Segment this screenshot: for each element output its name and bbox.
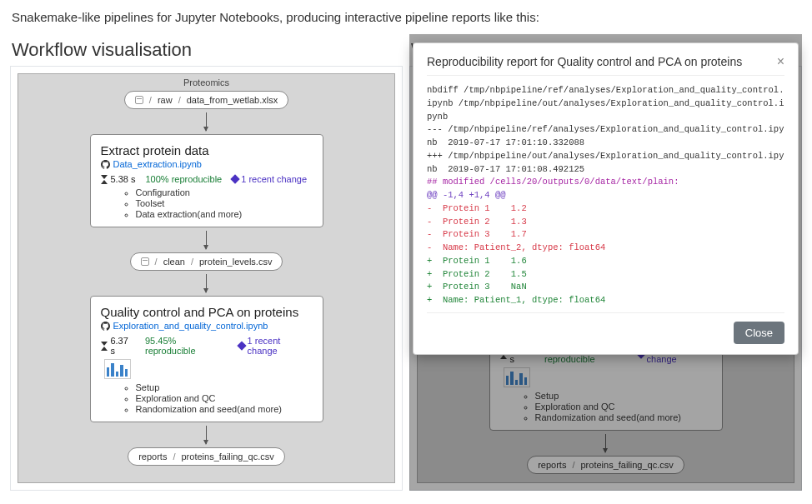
hourglass-icon (101, 175, 108, 184)
arrow (206, 426, 207, 444)
github-icon (101, 322, 110, 331)
file-node-raw[interactable]: /raw /data_from_wetlab.xlsx (124, 91, 288, 109)
plot-thumbnail[interactable] (504, 367, 530, 387)
plot-thumbnail[interactable] (104, 359, 131, 379)
diff-output: nbdiff /tmp/nbpipeline/ref/analyses/Expl… (427, 84, 784, 307)
notebook-link[interactable]: Exploration_and_quality_control.ipynb (101, 321, 313, 331)
arrow (206, 112, 207, 131)
left-section-title: Workflow visualisation (12, 39, 403, 61)
file-node-clean[interactable]: /clean /protein_levels.csv (130, 252, 283, 271)
step-sections: Setup Exploration and QC Randomization a… (101, 382, 313, 414)
step-time: 5.38 s (101, 174, 136, 184)
step-sections: Setup Exploration and QC Randomization a… (500, 391, 712, 422)
step-repro: 95.45% reproducible (145, 336, 228, 356)
diamond-icon (237, 341, 246, 350)
step-qc[interactable]: Quality control and PCA on proteins Expl… (90, 296, 323, 422)
arrow (605, 434, 606, 452)
modal-title: Reproducibility report for Quality contr… (427, 55, 742, 68)
step-extract[interactable]: Extract protein data Data_extraction.ipy… (90, 134, 323, 227)
step-title: Extract protein data (101, 143, 313, 157)
file-icon (141, 257, 149, 266)
close-button[interactable]: Close (734, 322, 784, 344)
close-icon[interactable]: × (777, 55, 784, 68)
reproducibility-modal: Reproducibility report for Quality contr… (413, 42, 799, 355)
intro-text: Snakemake-like pipelines for Jupyter Not… (12, 10, 802, 24)
step-sections: Configuration Toolset Data extraction(an… (101, 187, 313, 219)
step-repro: 100% reproducible (145, 174, 222, 184)
arrow (206, 231, 207, 249)
cluster-label: Proteomics (18, 77, 394, 87)
file-node-reports[interactable]: reports /proteins_failing_qc.csv (527, 456, 684, 474)
notebook-link[interactable]: Data_extraction.ipynb (101, 159, 313, 169)
file-node-reports[interactable]: reports /proteins_failing_qc.csv (128, 447, 285, 466)
workflow-graph: Proteomics /raw /data_from_wetlab.xlsx E… (18, 73, 395, 483)
file-icon (135, 96, 143, 104)
step-changes-link[interactable]: 1 recent change (232, 174, 307, 184)
arrow (206, 274, 207, 292)
diamond-icon (231, 174, 240, 183)
step-changes-link[interactable]: 1 recent change (238, 336, 313, 356)
left-panel: Proteomics /raw /data_from_wetlab.xlsx E… (10, 66, 403, 491)
step-title: Quality control and PCA on proteins (101, 305, 313, 319)
github-icon (101, 160, 110, 169)
step-time: 6.37 s (101, 336, 135, 356)
hourglass-icon (101, 342, 108, 351)
